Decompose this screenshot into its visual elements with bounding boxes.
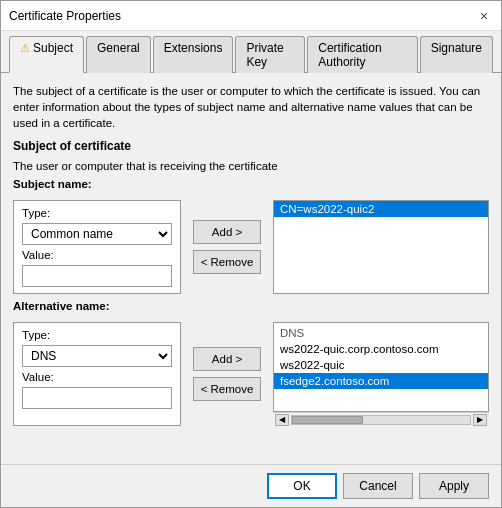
type-label-subject: Type: (22, 207, 172, 219)
certificate-properties-dialog: Certificate Properties × ⚠Subject Genera… (0, 0, 502, 508)
subject-name-row: Type: Common name Organization Organizat… (13, 200, 489, 294)
alt-value-input[interactable] (22, 387, 172, 409)
alt-name-group-label: Alternative name: (13, 300, 489, 312)
list-item[interactable]: ws2022-quic.corp.contoso.com (274, 341, 488, 357)
close-button[interactable]: × (475, 7, 493, 25)
alt-add-button[interactable]: Add > (193, 347, 261, 371)
dialog-title: Certificate Properties (9, 9, 121, 23)
tab-subject[interactable]: ⚠Subject (9, 36, 84, 73)
alt-name-row: Type: DNS IP Address Email UPN URL Value… (13, 322, 489, 426)
scroll-right-arrow[interactable]: ▶ (473, 414, 487, 426)
info-text: The subject of a certificate is the user… (13, 83, 489, 131)
alt-list: DNS ws2022-quic.corp.contoso.com ws2022-… (273, 322, 489, 412)
subject-remove-button[interactable]: < Remove (193, 250, 261, 274)
tab-signature[interactable]: Signature (420, 36, 493, 73)
subject-type-select[interactable]: Common name Organization Organizational … (22, 223, 172, 245)
value-label-alt: Value: (22, 371, 172, 383)
subject-name-group-label: Subject name: (13, 178, 489, 190)
subject-name-box: Type: Common name Organization Organizat… (13, 200, 181, 294)
horizontal-scrollbar[interactable]: ◀ ▶ (273, 412, 489, 426)
type-label-alt: Type: (22, 329, 172, 341)
list-item[interactable]: CN=ws2022-quic2 (274, 201, 488, 217)
tab-content: The subject of a certificate is the user… (1, 73, 501, 464)
tab-extensions[interactable]: Extensions (153, 36, 234, 73)
value-label-subject: Value: (22, 249, 172, 261)
scroll-track[interactable] (291, 415, 471, 425)
cancel-button[interactable]: Cancel (343, 473, 413, 499)
alt-action-buttons: Add > < Remove (189, 322, 265, 426)
apply-button[interactable]: Apply (419, 473, 489, 499)
ok-button[interactable]: OK (267, 473, 337, 499)
alt-type-select[interactable]: DNS IP Address Email UPN URL (22, 345, 172, 367)
title-bar: Certificate Properties × (1, 1, 501, 31)
tab-general[interactable]: General (86, 36, 151, 73)
alt-name-box: Type: DNS IP Address Email UPN URL Value… (13, 322, 181, 426)
subject-action-buttons: Add > < Remove (189, 200, 265, 294)
subject-list: CN=ws2022-quic2 (273, 200, 489, 294)
tab-private-key[interactable]: Private Key (235, 36, 305, 73)
list-item[interactable]: fsedge2.contoso.com (274, 373, 488, 389)
warning-icon: ⚠ (20, 42, 30, 54)
bottom-bar: OK Cancel Apply (1, 464, 501, 507)
alt-remove-button[interactable]: < Remove (193, 377, 261, 401)
tab-bar: ⚠Subject General Extensions Private Key … (1, 31, 501, 73)
subject-list-container: CN=ws2022-quic2 (273, 200, 489, 294)
subject-cert-sublabel: The user or computer that is receiving t… (13, 160, 489, 172)
scroll-left-arrow[interactable]: ◀ (275, 414, 289, 426)
subject-cert-label: Subject of certificate (13, 139, 489, 153)
alt-list-container: DNS ws2022-quic.corp.contoso.com ws2022-… (273, 322, 489, 426)
subject-value-input[interactable] (22, 265, 172, 287)
alt-list-header: DNS (274, 323, 488, 341)
scroll-thumb[interactable] (292, 416, 363, 424)
tab-cert-authority[interactable]: Certification Authority (307, 36, 417, 73)
list-item[interactable]: ws2022-quic (274, 357, 488, 373)
subject-add-button[interactable]: Add > (193, 220, 261, 244)
